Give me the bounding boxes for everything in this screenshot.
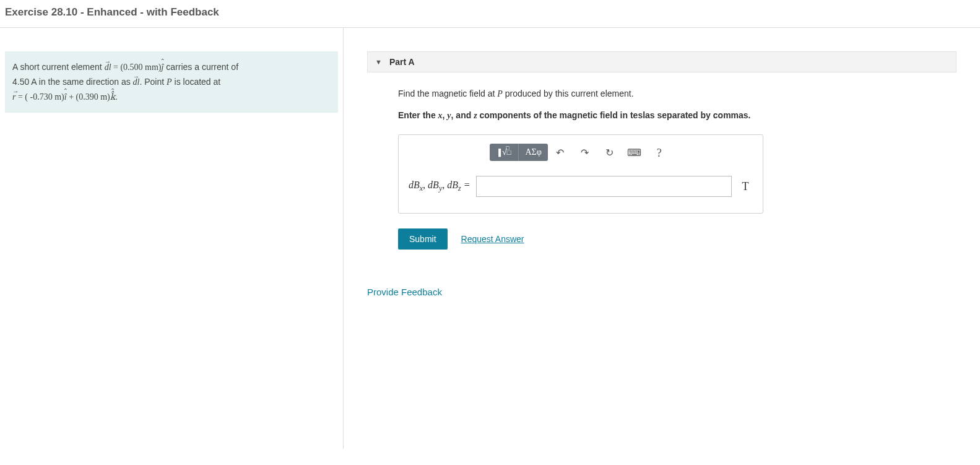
action-row: Submit Request Answer xyxy=(398,228,956,250)
point-P: P xyxy=(167,77,172,87)
j-hat: ĵ xyxy=(162,63,164,72)
dl-vector: dl xyxy=(133,77,140,87)
redo-icon[interactable]: ↷ xyxy=(573,147,597,159)
problem-text: . Point xyxy=(139,77,167,87)
problem-text: = (0.500 mm) xyxy=(111,63,162,72)
greek-letters-button[interactable]: ΑΣφ xyxy=(519,144,547,161)
problem-text: . xyxy=(115,92,118,102)
reset-icon[interactable]: ↻ xyxy=(597,147,622,159)
input-toolbar: ▐□√□ ΑΣφ ↶ ↷ ↻ ⌨ ? xyxy=(399,135,763,165)
templates-icon: ▐ xyxy=(496,149,501,156)
page-header: Exercise 28.10 - Enhanced - with Feedbac… xyxy=(0,0,980,28)
input-row: dBx, dBy, dBz = T xyxy=(399,165,763,201)
part-prompt: Find the magnetic field at P produced by… xyxy=(398,87,956,100)
request-answer-link[interactable]: Request Answer xyxy=(461,234,524,244)
keyboard-icon[interactable]: ⌨ xyxy=(622,147,647,159)
problem-statement: A short current element dl = (0.500 mm)ĵ… xyxy=(5,51,338,113)
provide-feedback-link[interactable]: Provide Feedback xyxy=(367,287,956,297)
answer-input[interactable] xyxy=(476,176,732,197)
caret-down-icon: ▼ xyxy=(375,58,382,66)
problem-text: A short current element xyxy=(12,62,105,72)
r-vector: r xyxy=(12,92,15,102)
point-P: P xyxy=(497,89,503,98)
problem-text: is located at xyxy=(172,77,221,87)
submit-button[interactable]: Submit xyxy=(398,228,448,250)
problem-text: + (0.390 m) xyxy=(67,92,110,102)
help-icon[interactable]: ? xyxy=(647,146,672,160)
variable-label: dBx, dBy, dBz = xyxy=(409,180,470,193)
i-hat: î xyxy=(64,92,67,102)
unit-label: T xyxy=(738,180,753,193)
page-title: Exercise 28.10 - Enhanced - with Feedbac… xyxy=(5,6,975,19)
toolbar-group: ▐□√□ ΑΣφ xyxy=(490,144,547,161)
math-templates-button[interactable]: ▐□√□ xyxy=(490,144,519,161)
dl-vector: dl xyxy=(105,63,111,72)
answer-box: ▐□√□ ΑΣφ ↶ ↷ ↻ ⌨ ? dBx, dBy, dBz = T xyxy=(398,134,763,214)
problem-text: = ( -0.730 m) xyxy=(15,92,64,102)
right-column: ▼ Part A Find the magnetic field at P pr… xyxy=(344,28,980,449)
content: A short current element dl = (0.500 mm)ĵ… xyxy=(0,28,980,449)
left-column: A short current element dl = (0.500 mm)ĵ… xyxy=(0,28,344,449)
problem-text: carries a current of xyxy=(163,62,238,72)
part-label: Part A xyxy=(389,57,415,67)
k-hat: k̂ xyxy=(110,92,115,102)
part-header[interactable]: ▼ Part A xyxy=(367,51,956,72)
part-instructions: Enter the x, y, and z components of the … xyxy=(398,110,956,121)
undo-icon[interactable]: ↶ xyxy=(548,147,573,159)
